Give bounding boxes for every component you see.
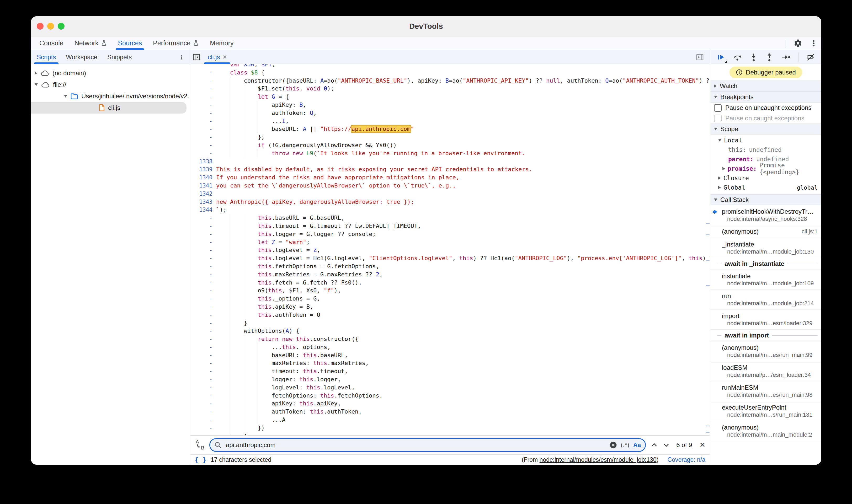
tree-item-file-[interactable]: file:// <box>31 79 190 90</box>
call-stack-frame[interactable]: promiseInitHookWithDestroyTr…node:intern… <box>710 205 821 225</box>
deactivate-breakpoints-icon[interactable] <box>806 53 815 61</box>
line-number[interactable]: 1340 <box>190 174 216 182</box>
line-number[interactable]: 1339 <box>190 165 216 174</box>
resume-script-icon[interactable] <box>717 53 725 61</box>
pretty-print-gutter-mark[interactable]: - <box>190 287 216 295</box>
pretty-print-gutter-mark[interactable]: - <box>190 424 216 432</box>
line-number[interactable]: 1344 <box>190 206 216 214</box>
pretty-print-gutter-mark[interactable]: - <box>190 392 216 400</box>
line-number[interactable]: 1342 <box>190 190 216 198</box>
pretty-print-gutter-mark[interactable]: - <box>190 109 216 117</box>
chevron-right-icon[interactable] <box>35 72 37 75</box>
line-number[interactable]: 1338 <box>190 158 216 166</box>
tab-console[interactable]: Console <box>35 36 68 50</box>
pretty-print-gutter-mark[interactable]: - <box>190 408 216 416</box>
chevron-down-icon[interactable] <box>35 84 38 86</box>
chevron-right-icon[interactable] <box>723 167 725 170</box>
tab-performance[interactable]: Performance <box>149 36 203 50</box>
tree-item-cli.js[interactable]: cli.js <box>31 102 187 113</box>
chevron-right-icon[interactable] <box>718 177 721 180</box>
next-match-icon[interactable] <box>662 441 670 449</box>
pretty-print-gutter-mark[interactable]: - <box>190 149 216 158</box>
pretty-print-gutter-mark[interactable]: - <box>190 384 216 392</box>
close-search-icon[interactable]: ✕ <box>699 441 705 449</box>
pretty-print-gutter-mark[interactable]: - <box>190 263 216 271</box>
call-stack-frame[interactable]: (anonymous)node:internal/m…main_module:2 <box>710 421 821 441</box>
scope-property-promise[interactable]: promise:Promise {<pending>} <box>710 164 821 173</box>
pretty-print-gutter-mark[interactable]: - <box>190 85 216 93</box>
more-options-icon[interactable] <box>810 39 818 48</box>
coverage-link[interactable]: Coverage: n/a <box>668 456 705 463</box>
pretty-print-gutter-mark[interactable]: - <box>190 279 216 287</box>
pretty-print-gutter-mark[interactable]: - <box>190 141 216 149</box>
call-stack-frame[interactable]: importnode:internal/m…esm/loader:329 <box>710 310 821 330</box>
pretty-print-gutter-mark[interactable]: - <box>190 335 216 343</box>
navigator-tab-snippets[interactable]: Snippets <box>103 50 136 64</box>
replace-toggle-icon[interactable]: AB <box>195 439 205 451</box>
line-number[interactable] <box>190 64 216 69</box>
tab-sources[interactable]: Sources <box>113 36 146 50</box>
tree-item--no-domain-[interactable]: (no domain) <box>31 67 190 79</box>
step-icon[interactable] <box>781 53 791 61</box>
close-tab-icon[interactable]: × <box>223 53 227 61</box>
minimize-window-button[interactable] <box>47 23 54 30</box>
toggle-navigator-panel-icon[interactable] <box>190 50 203 64</box>
line-number[interactable]: 1343 <box>190 198 216 206</box>
call-stack-frame[interactable]: instantiatenode:internal/m…module_job:10… <box>710 270 821 290</box>
checkbox[interactable] <box>714 104 722 112</box>
pretty-print-icon[interactable]: { } <box>195 456 207 464</box>
pretty-print-gutter-mark[interactable]: - <box>190 271 216 279</box>
pretty-print-gutter-mark[interactable]: - <box>190 125 216 133</box>
section-watch[interactable]: Watch <box>710 80 821 91</box>
navigator-tab-scripts[interactable]: Scripts <box>33 50 60 64</box>
previous-match-icon[interactable] <box>651 441 658 449</box>
more-tabs-icon[interactable] <box>178 53 185 61</box>
pretty-print-gutter-mark[interactable]: - <box>190 77 216 85</box>
scope-property-this[interactable]: this:undefined <box>710 145 821 155</box>
pretty-print-gutter-mark[interactable]: - <box>190 303 216 311</box>
chevron-down-icon[interactable] <box>718 139 721 142</box>
pretty-print-gutter-mark[interactable]: - <box>190 343 216 352</box>
section-call-stack[interactable]: Call Stack <box>710 194 821 205</box>
clear-search-icon[interactable] <box>609 441 617 449</box>
section-scope[interactable]: Scope <box>710 124 821 134</box>
tab-network[interactable]: Network <box>70 36 111 50</box>
settings-gear-icon[interactable] <box>794 39 802 48</box>
pretty-print-gutter-mark[interactable]: - <box>190 133 216 141</box>
pretty-print-gutter-mark[interactable]: - <box>190 359 216 367</box>
pretty-print-gutter-mark[interactable]: - <box>190 400 216 408</box>
step-over-icon[interactable] <box>733 53 742 61</box>
chevron-right-icon[interactable] <box>718 186 721 189</box>
toggle-debugger-panel-icon[interactable] <box>693 50 706 64</box>
pretty-print-gutter-mark[interactable]: - <box>190 367 216 376</box>
close-window-button[interactable] <box>37 23 43 30</box>
pretty-print-gutter-mark[interactable]: - <box>190 222 216 230</box>
pretty-print-gutter-mark[interactable]: - <box>190 432 216 435</box>
navigator-tab-workspace[interactable]: Workspace <box>61 50 102 64</box>
pretty-print-gutter-mark[interactable]: - <box>190 416 216 424</box>
checkbox[interactable] <box>714 114 722 122</box>
pretty-print-gutter-mark[interactable]: - <box>190 238 216 247</box>
pretty-print-gutter-mark[interactable]: - <box>190 352 216 360</box>
pretty-print-gutter-mark[interactable]: - <box>190 93 216 101</box>
tab-memory[interactable]: Memory <box>206 36 238 50</box>
scope-group-local[interactable]: Local <box>710 136 821 145</box>
pretty-print-gutter-mark[interactable]: - <box>190 214 216 222</box>
editor-tab-clijs[interactable]: cli.js × <box>203 50 231 64</box>
chevron-down-icon[interactable] <box>64 95 67 97</box>
zoom-window-button[interactable] <box>58 23 65 30</box>
pretty-print-gutter-mark[interactable]: - <box>190 319 216 327</box>
match-case-toggle[interactable]: Aa <box>633 442 641 449</box>
call-stack-frame[interactable]: (anonymous)cli.js:1 <box>710 225 821 238</box>
line-number[interactable]: 1341 <box>190 182 216 190</box>
regex-toggle[interactable]: (.*) <box>621 442 629 448</box>
pretty-print-gutter-mark[interactable]: - <box>190 230 216 238</box>
pretty-print-gutter-mark[interactable]: - <box>190 101 216 109</box>
pretty-print-gutter-mark[interactable]: - <box>190 246 216 254</box>
pretty-print-gutter-mark[interactable]: - <box>190 69 216 77</box>
breakpoint-option[interactable]: Pause on caught exceptions <box>710 113 821 124</box>
call-stack-frame[interactable]: executeUserEntryPointnode:internal/m…s/r… <box>710 401 821 421</box>
pretty-print-gutter-mark[interactable]: - <box>190 117 216 125</box>
search-input[interactable] <box>225 441 606 449</box>
pretty-print-gutter-mark[interactable]: - <box>190 376 216 384</box>
